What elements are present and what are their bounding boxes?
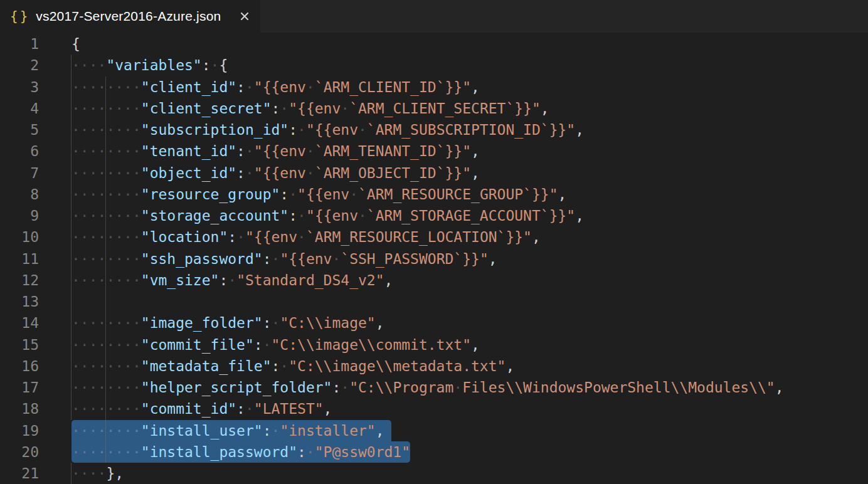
code-line[interactable]: 16········"metadata_file":·"C:\\image\\m… [0,355,868,377]
code-line[interactable]: 14········"image_folder":·"C:\\image", [0,312,868,334]
code-line[interactable]: 11········"ssh_password":·"{{env·`SSH_PA… [0,248,868,270]
token-punct: , [541,100,549,117]
token-key: "storage_account" [141,208,288,224]
token-punct: : [297,444,306,460]
whitespace-dots: ········ [71,165,141,181]
code-text: { [71,33,80,55]
whitespace-dots: · [453,379,462,396]
line-number: 20 [0,441,39,463]
indent-guide [71,55,71,76]
code-lines: 1{2····"variables":·{3········"client_id… [0,33,868,484]
code-line[interactable]: 4········"client_secret":·"{{env·`ARM_CL… [0,98,868,119]
token-punct: , [376,423,384,439]
line-number: 12 [0,270,39,291]
whitespace-dots: · [228,272,236,288]
token-str: "C:\\image\\commit.txt" [272,337,472,353]
indent-guide [105,334,106,355]
code-text: ········"commit_file":·"C:\\image\\commi… [71,334,480,355]
code-editor[interactable]: 1{2····"variables":·{3········"client_id… [0,33,868,484]
token-str: "Standard_DS4_v2" [236,272,384,288]
json-file-icon: {} [10,9,29,24]
code-text: ········"commit_id":·"LATEST", [71,398,332,419]
indent-guide [105,184,106,205]
code-line[interactable]: 19········"install_user":·"installer", [0,420,868,441]
code-text: ········"install_user":·"installer", [71,420,391,441]
code-line[interactable]: 17········"helper_script_folder":·"C:\\P… [0,377,868,398]
token-str: "{{env [254,79,306,95]
indent-guide [105,140,106,162]
whitespace-dots: · [332,251,341,267]
code-line[interactable]: 6········"tenant_id":·"{{env·`ARM_TENANT… [0,140,868,162]
whitespace-dots: ········ [71,358,141,374]
line-number: 9 [0,205,39,226]
indent-guide [71,226,71,248]
code-line[interactable]: 12········"vm_size":·"Standard_DS4_v2", [0,270,868,291]
token-punct: : [272,100,280,117]
indent-guide [105,377,106,398]
code-text: ········"client_secret":·"{{env·`ARM_CLI… [71,98,549,119]
token-str: "{{env [306,208,358,224]
token-str: "C:\\image" [280,315,375,331]
indent-guide [105,119,106,140]
code-line[interactable]: 7········"object_id":·"{{env·`ARM_OBJECT… [0,162,868,184]
indent-guide [71,140,71,162]
token-punct: : [263,423,272,439]
line-number: 10 [0,226,39,248]
tab-vs2017-server2016-azure[interactable]: {} vs2017-Server2016-Azure.json [0,0,260,33]
indent-guide [71,463,71,484]
token-str: "LATEST" [254,401,324,417]
tab-close-button[interactable] [236,8,253,24]
whitespace-dots: · [263,337,272,353]
token-punct: : [202,57,211,73]
token-key: "client_secret" [141,100,272,117]
line-number: 2 [0,55,39,76]
token-str: Files\\WindowsPowerShell\\Modules\\" [462,379,775,396]
indent-guide [71,162,71,184]
indent-guide [105,312,106,334]
line-number: 21 [0,463,39,484]
code-line[interactable]: 13 [0,291,868,312]
token-key: "location" [141,229,228,245]
code-line[interactable]: 5········"subscription_id":·"{{env·`ARM_… [0,119,868,140]
whitespace-dots: · [245,143,254,159]
code-line[interactable]: 21····}, [0,463,868,484]
code-line[interactable]: 8········"resource_group":·"{{env·`ARM_R… [0,184,868,205]
code-line[interactable]: 20········"install_password":·"P@ssw0rd1… [0,441,868,463]
line-number: 15 [0,334,39,355]
token-key: "install_user" [141,423,263,439]
token-punct: : [288,208,297,224]
code-line[interactable]: 1{ [0,33,868,55]
token-punct: , [775,379,784,396]
indent-guide [71,184,71,205]
selection-highlight: ········"install_password":·"P@ssw0rd1" [71,441,410,463]
whitespace-dots: · [297,122,306,138]
code-line[interactable]: 18········"commit_id":·"LATEST", [0,398,868,419]
code-line[interactable]: 10········"location":·"{{env·`ARM_RESOUR… [0,226,868,248]
token-key: "subscription_id" [141,122,288,138]
whitespace-dots: ········ [71,337,141,353]
code-line[interactable]: 9········"storage_account":·"{{env·`ARM_… [0,205,868,226]
indent-guide [105,398,106,419]
indent-guide [105,355,106,377]
code-text: ········"metadata_file":·"C:\\image\\met… [71,355,514,377]
token-punct: : [272,358,280,374]
code-line[interactable]: 15········"commit_file":·"C:\\image\\com… [0,334,868,355]
line-number: 6 [0,140,39,162]
indent-guide [71,248,71,270]
whitespace-dots: · [297,229,306,245]
token-str: `ARM_SUBSCRIPTION_ID`}}" [367,122,575,138]
token-str: `ARM_RESOURCE_LOCATION`}}" [306,229,532,245]
whitespace-dots: · [341,379,349,396]
token-str: `ARM_CLIENT_ID`}}" [315,79,471,95]
token-str: "{{env [288,100,341,117]
token-punct: , [376,315,384,331]
code-line[interactable]: 2····"variables":·{ [0,55,868,76]
code-line[interactable]: 3········"client_id":·"{{env·`ARM_CLIENT… [0,76,868,98]
whitespace-dots: · [306,165,315,181]
token-punct: , [575,122,584,138]
token-key: "commit_file" [141,337,254,353]
token-punct: , [505,358,514,374]
token-punct: { [219,57,228,73]
token-key: "resource_group" [141,186,280,203]
indent-guide [105,98,106,119]
